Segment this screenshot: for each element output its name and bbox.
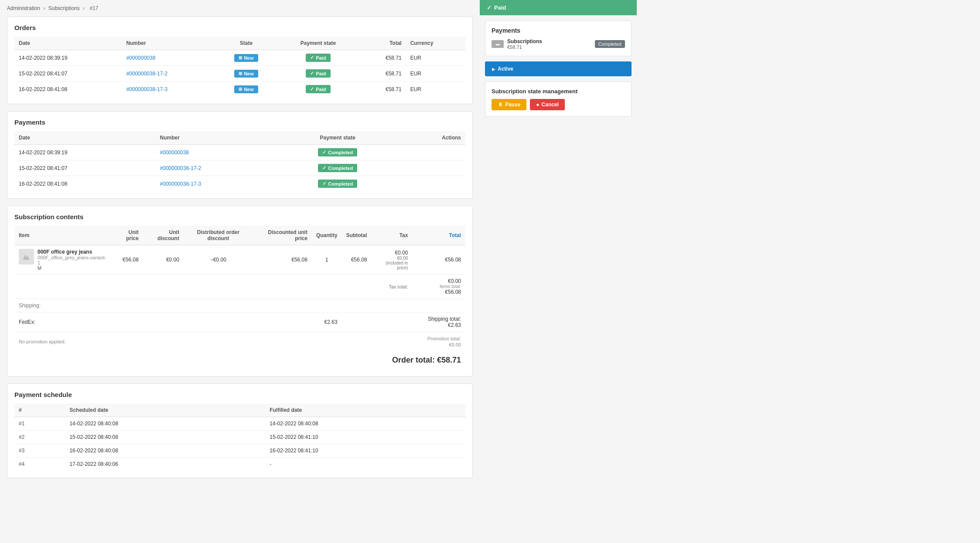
item-unit-discount: €0.00 — [143, 245, 184, 275]
item-tax: €0.00 €0.00 (included in price) — [372, 245, 413, 275]
schedule-scheduled: 17-02-2022 08:40:06 — [65, 458, 265, 471]
table-row: 14-02-2022 08:39:19 #000000038 ✓ Complet… — [14, 145, 465, 160]
table-row: 000F office grey jeans 000F_office_grey_… — [14, 245, 465, 275]
order-total: €58.71 — [359, 66, 406, 81]
payment-schedule-table: # Scheduled date Fulfilled date #1 14-02… — [14, 404, 465, 471]
sc-col-total: Total — [412, 226, 465, 245]
order-number: #000000038-17-3 — [122, 81, 215, 97]
order-number: #000000038-17-2 — [122, 66, 215, 81]
item-name: 000F office grey jeans — [38, 249, 107, 255]
state-management-title: Subscription state management — [492, 88, 625, 95]
totals-row: Tax total: €0.00 Items total: €56.08 — [14, 275, 465, 299]
credit-card-icon: ▬ — [492, 40, 504, 48]
orders-table: Date Number State Payment state Total Cu… — [14, 37, 465, 97]
orders-col-total: Total — [359, 37, 406, 50]
check-icon — [487, 4, 492, 11]
table-row: 14-02-2022 08:39:19 #000000038 ⊞ New ✓ P… — [14, 50, 465, 66]
promotion-total: Promotion total: €0.00 — [412, 332, 465, 352]
order-number: #000000038 — [122, 50, 215, 66]
payment-state: ✓ Completed — [279, 145, 396, 160]
order-total: €58.71 — [359, 81, 406, 97]
item-subtotal: €56.08 — [342, 245, 372, 275]
schedule-fulfilled: - — [265, 458, 465, 471]
shipping-label: Shipping: — [19, 302, 41, 309]
schedule-scheduled: 16-02-2022 08:40:08 — [65, 444, 265, 458]
item-total: €56.08 — [412, 245, 465, 275]
payment-date: 16-02-2022 08:41:08 — [14, 176, 156, 192]
cancel-icon — [536, 102, 539, 108]
active-banner: Active — [485, 61, 632, 76]
orders-section: Orders Date Number State Payment state T… — [7, 17, 473, 104]
sc-col-subtotal: Subtotal — [342, 226, 372, 245]
sidebar-payments-card: Payments ▬ Subscriptions €58.71 Complete… — [485, 20, 632, 56]
payment-schedule-title: Payment schedule — [14, 391, 465, 398]
pay-col-number: Number — [156, 131, 279, 145]
paid-label: Paid — [494, 4, 506, 11]
schedule-fulfilled: 15-02-2022 08:41:10 — [265, 431, 465, 444]
no-promotion-text: No promotion applied. — [19, 339, 66, 344]
breadcrumb-admin[interactable]: Administration — [7, 5, 40, 11]
order-currency: EUR — [406, 66, 465, 81]
subscription-contents-section: Subscription contents Item Unit price Un… — [7, 206, 473, 377]
orders-title: Orders — [14, 24, 465, 31]
schedule-num: #1 — [14, 417, 65, 431]
pay-col-date: Date — [14, 131, 156, 145]
orders-col-number: Number — [122, 37, 215, 50]
schedule-fulfilled: 14-02-2022 08:40:08 — [265, 417, 465, 431]
order-date: 14-02-2022 08:39:19 — [14, 50, 122, 66]
order-payment-state: ✓ Paid — [277, 66, 359, 81]
order-total: Order total: €58.71 — [14, 351, 465, 369]
order-total: €58.71 — [359, 50, 406, 66]
payment-state: ✓ Completed — [279, 176, 396, 192]
payment-number: #000000038 — [156, 145, 279, 160]
payment-actions — [396, 160, 465, 176]
payment-schedule-section: Payment schedule # Scheduled date Fulfil… — [7, 383, 473, 478]
schedule-fulfilled: 16-02-2022 08:41:10 — [265, 444, 465, 458]
shipping-total: Shipping total: €2.63 — [412, 312, 465, 332]
fedex-label: FedEx: — [19, 319, 35, 325]
orders-col-date: Date — [14, 37, 122, 50]
pause-icon — [498, 102, 503, 108]
payment-number: #000000038-17-3 — [156, 176, 279, 192]
active-label: Active — [498, 66, 513, 72]
orders-col-state: State — [216, 37, 277, 50]
item-thumbnail — [19, 249, 34, 265]
item-cell: 000F office grey jeans 000F_office_grey_… — [19, 249, 107, 271]
sc-col-dist-discount: Distributed order discount — [184, 226, 253, 245]
fedex-amount: €2.63 — [312, 312, 342, 332]
payments-section: Payments Date Number Payment state Actio… — [7, 111, 473, 199]
pay-col-actions: Actions — [396, 131, 465, 145]
order-state: ⊞ New — [216, 66, 277, 81]
payment-date: 14-02-2022 08:39:19 — [14, 145, 156, 160]
promotion-row: No promotion applied. Promotion total: €… — [14, 332, 465, 352]
tax-total-label: Tax total: — [372, 275, 413, 299]
table-row: 15-02-2022 08:41:07 #000000038-17-2 ⊞ Ne… — [14, 66, 465, 81]
item-quantity: 1 — [312, 245, 342, 275]
tax-total-value: €0.00 Items total: €56.08 — [412, 275, 465, 299]
table-row: #1 14-02-2022 08:40:08 14-02-2022 08:40:… — [14, 417, 465, 431]
item-disc-unit-price: €56.08 — [253, 245, 312, 275]
schedule-scheduled: 14-02-2022 08:40:08 — [65, 417, 265, 431]
table-row: 16-02-2022 08:41:08 #000000038-17-3 ✓ Co… — [14, 176, 465, 192]
payment-date: 15-02-2022 08:41:07 — [14, 160, 156, 176]
breadcrumb: Administration › Subscriptions › #17 — [7, 5, 473, 11]
svg-rect-0 — [20, 250, 33, 263]
ps-col-num: # — [14, 404, 65, 417]
sc-col-unit-discount: Unit discount — [143, 226, 184, 245]
subscription-contents-title: Subscription contents — [14, 213, 465, 221]
payments-table: Date Number Payment state Actions 14-02-… — [14, 131, 465, 191]
table-row: #4 17-02-2022 08:40:06 - — [14, 458, 465, 471]
order-currency: EUR — [406, 50, 465, 66]
arrow-icon — [492, 66, 495, 72]
pause-button[interactable]: Pause — [492, 99, 526, 110]
item-variant: M — [38, 265, 107, 271]
order-date: 15-02-2022 08:41:07 — [14, 66, 122, 81]
sc-col-unit-price: Unit price — [111, 226, 143, 245]
ps-col-fulfilled: Fulfilled date — [265, 404, 465, 417]
subscription-label: Subscriptions — [507, 38, 542, 44]
order-date: 16-02-2022 08:41:08 — [14, 81, 122, 97]
breadcrumb-subscriptions[interactable]: Subscriptions — [48, 5, 80, 11]
cancel-button[interactable]: Cancel — [530, 99, 565, 110]
subscription-state-section: Subscription state management Pause Canc… — [485, 81, 632, 117]
orders-col-currency: Currency — [406, 37, 465, 50]
